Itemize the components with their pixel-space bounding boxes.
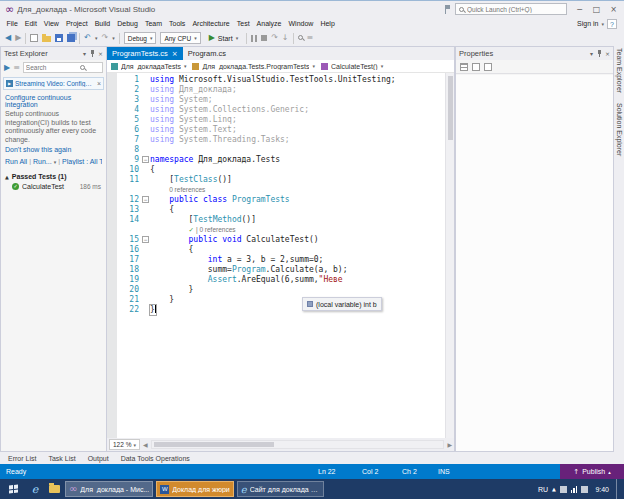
side-tab-team-explorer[interactable]: Team Explorer xyxy=(616,48,623,93)
navigate-forward-icon[interactable]: ▶ xyxy=(15,33,21,43)
menu-item-edit[interactable]: Edit xyxy=(21,17,40,30)
solution-platform-dropdown[interactable]: Any CPU▾ xyxy=(160,32,200,44)
comment-icon[interactable]: ≡ xyxy=(307,33,314,43)
open-file-icon[interactable] xyxy=(42,36,51,42)
alphabetical-icon[interactable] xyxy=(472,63,480,71)
test-search-input[interactable] xyxy=(26,64,78,71)
menu-item-file[interactable]: File xyxy=(3,17,21,30)
solution-configuration-dropdown[interactable]: Debug▾ xyxy=(124,32,157,44)
taskbar-button[interactable]: WДоклад для жюри xyxy=(156,481,234,497)
close-icon[interactable]: × xyxy=(98,50,103,58)
code-line[interactable]: 18 summ=Program.Calculate(a, b); xyxy=(107,265,445,275)
code-line[interactable]: 21 } xyxy=(107,295,445,305)
side-tab-solution-explorer[interactable]: Solution Explorer xyxy=(616,103,623,156)
run-menu-link[interactable]: Run... xyxy=(33,158,52,165)
pinned-internet-explorer[interactable]: e xyxy=(27,481,43,497)
close-icon[interactable]: × xyxy=(605,50,610,58)
save-icon[interactable] xyxy=(55,34,63,42)
run-tests-icon[interactable]: ▶ xyxy=(4,63,10,73)
minimize-button[interactable]: − xyxy=(571,3,588,16)
chevron-down-icon[interactable]: ▾ xyxy=(54,159,57,165)
window-position-icon[interactable]: ▾ xyxy=(590,50,593,58)
start-debug-button[interactable]: ▶ Start ▾ xyxy=(205,32,242,45)
collapse-icon[interactable]: − xyxy=(142,236,149,243)
navigate-back-icon[interactable]: ◀ xyxy=(5,33,11,43)
test-explorer-header[interactable]: Test Explorer ▾ × xyxy=(1,47,106,60)
pin-icon[interactable] xyxy=(596,49,602,58)
playlist-link[interactable]: Playlist : All Te... xyxy=(62,158,102,165)
window-position-icon[interactable]: ▾ xyxy=(83,50,86,58)
vertical-scrollbar[interactable] xyxy=(445,73,454,438)
codelens-row[interactable]: 0 references xyxy=(107,185,445,195)
zoom-dropdown[interactable]: 122 % ▾ xyxy=(109,439,140,450)
redo-icon[interactable]: ↷ xyxy=(102,33,109,43)
help-icon[interactable]: ? xyxy=(607,19,617,29)
code-line[interactable]: 15− public void CalculateTest() xyxy=(107,235,445,245)
code-line[interactable]: 4using System.Collections.Generic; xyxy=(107,105,445,115)
passed-tests-group[interactable]: ▲ Passed Tests (1) xyxy=(5,173,102,180)
menu-item-tools[interactable]: Tools xyxy=(166,17,189,30)
stop-icon[interactable] xyxy=(261,35,267,41)
codelens-indicator[interactable]: 0 references xyxy=(150,185,205,195)
bottom-tab-data-tools-operations[interactable]: Data Tools Operations xyxy=(115,455,196,462)
bottom-tab-output[interactable]: Output xyxy=(82,455,115,462)
language-indicator[interactable]: RU xyxy=(538,486,548,493)
undo-icon[interactable]: ↶ xyxy=(84,33,91,43)
document-tab-programtests-cs[interactable]: ProgramTests.cs× xyxy=(107,47,183,60)
close-banner-icon[interactable]: × xyxy=(97,80,101,87)
run-all-link[interactable]: Run All xyxy=(5,158,27,165)
menu-item-architecture[interactable]: Architecture xyxy=(189,17,233,30)
redo-dropdown-icon[interactable]: ▾ xyxy=(112,35,115,41)
code-line[interactable]: 6using System.Text; xyxy=(107,125,445,135)
code-line[interactable]: 9−namespace Для_доклада.Tests xyxy=(107,155,445,165)
code-line[interactable]: 17 int a = 3, b = 2,summ=0; xyxy=(107,255,445,265)
volume-icon[interactable] xyxy=(581,486,588,493)
maximize-button[interactable]: □ xyxy=(588,3,605,16)
categorized-icon[interactable] xyxy=(460,63,468,71)
bottom-tab-task-list[interactable]: Task List xyxy=(42,455,81,462)
clock[interactable]: 9:40 xyxy=(592,486,612,493)
notifications-flag-icon[interactable] xyxy=(444,5,451,14)
show-hidden-icons-icon[interactable]: ▲ xyxy=(552,486,556,492)
menu-item-project[interactable]: Project xyxy=(62,17,91,30)
code-line[interactable]: 12− public class ProgramTests xyxy=(107,195,445,205)
document-tab-program-cs[interactable]: Program.cs xyxy=(183,47,231,60)
undo-dropdown-icon[interactable]: ▾ xyxy=(95,35,98,41)
code-line[interactable]: 13 { xyxy=(107,205,445,215)
new-project-icon[interactable] xyxy=(30,34,38,42)
pause-icon[interactable] xyxy=(251,35,257,42)
menu-item-help[interactable]: Help xyxy=(317,17,338,30)
network-icon[interactable] xyxy=(571,486,578,493)
close-tab-icon[interactable]: × xyxy=(172,50,178,58)
code-line[interactable]: 10{ xyxy=(107,165,445,175)
start-button[interactable] xyxy=(2,479,24,499)
codelens-row[interactable]: ✓ | 0 references xyxy=(107,225,445,235)
code-line[interactable]: 3using System; xyxy=(107,95,445,105)
streaming-video-link[interactable]: Streaming Video: Configure co xyxy=(15,80,95,87)
publish-button[interactable]: ↑ Publish ▴ xyxy=(560,464,624,479)
taskbar-button[interactable]: ∞Для_доклада - Мис... xyxy=(65,481,153,497)
collapse-icon[interactable]: − xyxy=(142,196,149,203)
code-line[interactable]: 19 Assert.AreEqual(6,summ,"Неве xyxy=(107,275,445,285)
code-line[interactable]: 5using System.Linq; xyxy=(107,115,445,125)
menu-item-build[interactable]: Build xyxy=(91,17,114,30)
code-line[interactable]: 20 } xyxy=(107,285,445,295)
nav-dropdown-2[interactable]: Для_доклада.Tests.ProgramTests▾ xyxy=(192,63,315,70)
chevron-down-icon[interactable]: ▾ xyxy=(601,21,604,27)
code-line[interactable]: 2using Для_доклада; xyxy=(107,85,445,95)
pinned-file-explorer[interactable] xyxy=(46,481,62,497)
group-by-icon[interactable]: ≡ xyxy=(13,63,20,73)
code-line[interactable]: 8 xyxy=(107,145,445,155)
menu-item-view[interactable]: View xyxy=(40,17,62,30)
code-region[interactable]: 1using Microsoft.VisualStudio.TestTools.… xyxy=(107,73,454,438)
find-in-files-icon[interactable] xyxy=(298,33,303,43)
sign-in-button[interactable]: Sign in xyxy=(577,20,598,27)
scrollbar-thumb[interactable] xyxy=(448,76,453,140)
menu-item-debug[interactable]: Debug xyxy=(114,17,142,30)
quick-launch-input[interactable] xyxy=(467,6,553,13)
test-search-box[interactable] xyxy=(23,62,103,73)
code-line[interactable]: 22} xyxy=(107,305,445,315)
nav-dropdown-3[interactable]: CalculateTest()▾ xyxy=(321,63,383,70)
menu-item-test[interactable]: Test xyxy=(233,17,253,30)
horizontal-scrollbar[interactable] xyxy=(151,440,445,449)
